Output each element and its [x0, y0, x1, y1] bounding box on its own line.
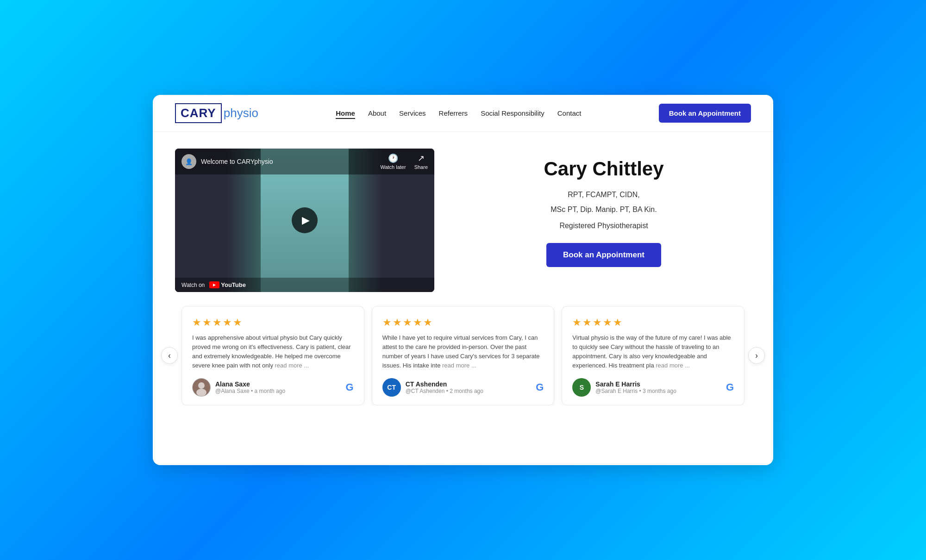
review-text: While I have yet to require virtual serv…	[382, 333, 544, 371]
watch-later-icon: 🕐	[388, 153, 398, 163]
carousel-next-button[interactable]: ›	[748, 347, 765, 364]
logo-physio: physio	[224, 106, 258, 120]
google-logo: G	[536, 381, 544, 393]
logo-cary: CARY	[175, 103, 222, 123]
nav-contact[interactable]: Contact	[557, 109, 582, 117]
review-stars: ★★★★★	[382, 317, 544, 329]
reviewer-avatar: S	[572, 378, 591, 397]
google-logo: G	[346, 381, 354, 393]
profile-name: Cary Chittley	[544, 158, 663, 180]
reviewer-name: Sarah E Harris	[595, 380, 721, 388]
reviewer: S Sarah E Harris @Sarah E Harris • 3 mon…	[572, 378, 734, 397]
review-text: Virtual physio is the way of the future …	[572, 333, 734, 371]
reviewer: Alana Saxe @Alana Saxe • a month ago G	[192, 378, 354, 397]
reviewer-info: Sarah E Harris @Sarah E Harris • 3 month…	[595, 380, 721, 394]
main-content: 👤 Welcome to CARYphysio 🕐 Watch later ↗ …	[153, 132, 773, 306]
video-title: Welcome to CARYphysio	[201, 158, 273, 165]
reviews-section: ‹ ★★★★★ I was apprehensive about virtual…	[153, 306, 773, 419]
header: CARY physio Home About Services Referrer…	[153, 95, 773, 132]
nav-social-responsibility[interactable]: Social Responsibility	[481, 109, 544, 117]
profile-section: Cary Chittley RPT, FCAMPT, CIDN, MSc PT,…	[457, 149, 751, 267]
video-play-button[interactable]	[292, 207, 318, 233]
video-top-actions: 🕐 Watch later ↗ Share	[380, 153, 428, 170]
profile-credentials: RPT, FCAMPT, CIDN, MSc PT, Dip. Manip. P…	[551, 187, 657, 217]
youtube-icon	[209, 281, 219, 288]
review-card: ★★★★★ While I have yet to require virtua…	[372, 306, 555, 405]
video-player[interactable]: 👤 Welcome to CARYphysio 🕐 Watch later ↗ …	[175, 149, 434, 292]
logo[interactable]: CARY physio	[175, 103, 258, 123]
reviewer-info: CT Ashenden @CT Ashenden • 2 months ago	[406, 380, 532, 394]
carousel-prev-button[interactable]: ‹	[161, 347, 178, 364]
share-icon: ↗	[418, 153, 425, 163]
review-stars: ★★★★★	[192, 317, 354, 329]
reviews-cards: ★★★★★ I was apprehensive about virtual p…	[178, 306, 748, 405]
video-bottom-bar: Watch on YouTube	[175, 278, 434, 292]
reviewer-handle: @CT Ashenden • 2 months ago	[406, 388, 532, 394]
review-card: ★★★★★ I was apprehensive about virtual p…	[181, 306, 364, 405]
watch-on-text: Watch on	[181, 282, 205, 288]
svg-point-1	[198, 382, 205, 389]
nav-referrers[interactable]: Referrers	[439, 109, 468, 117]
watch-later-label: Watch later	[380, 164, 406, 170]
review-card: ★★★★★ Virtual physio is the way of the f…	[562, 306, 745, 405]
watch-later-button[interactable]: 🕐 Watch later	[380, 153, 406, 170]
video-top-bar: 👤 Welcome to CARYphysio 🕐 Watch later ↗ …	[175, 149, 434, 174]
credentials-line2: MSc PT, Dip. Manip. PT, BA Kin.	[551, 202, 657, 217]
share-button[interactable]: ↗ Share	[414, 153, 428, 170]
reviewer-avatar: CT	[382, 378, 401, 397]
read-more-link[interactable]: read more ...	[656, 362, 690, 369]
nav: Home About Services Referrers Social Res…	[336, 109, 581, 117]
read-more-link[interactable]: read more ...	[442, 362, 476, 369]
svg-point-2	[196, 389, 206, 396]
review-stars: ★★★★★	[572, 317, 734, 329]
reviewer-name: CT Ashenden	[406, 380, 532, 388]
youtube-text: YouTube	[221, 281, 246, 288]
read-more-link[interactable]: read more ...	[275, 362, 309, 369]
reviewer-name: Alana Saxe	[215, 380, 341, 388]
nav-home[interactable]: Home	[336, 109, 355, 117]
header-book-appointment-button[interactable]: Book an Appointment	[659, 104, 751, 123]
nav-services[interactable]: Services	[399, 109, 426, 117]
reviewer-handle: @Sarah E Harris • 3 months ago	[595, 388, 721, 394]
reviewer: CT CT Ashenden @CT Ashenden • 2 months a…	[382, 378, 544, 397]
credentials-line1: RPT, FCAMPT, CIDN,	[551, 187, 657, 202]
video-channel-avatar: 👤	[181, 154, 196, 169]
reviewer-handle: @Alana Saxe • a month ago	[215, 388, 341, 394]
share-label: Share	[414, 164, 428, 170]
reviewer-info: Alana Saxe @Alana Saxe • a month ago	[215, 380, 341, 394]
google-logo: G	[726, 381, 734, 393]
nav-about[interactable]: About	[368, 109, 386, 117]
youtube-logo[interactable]: YouTube	[209, 281, 246, 288]
reviewer-avatar	[192, 378, 211, 397]
profile-title: Registered Physiotherapist	[559, 222, 648, 230]
main-window: CARY physio Home About Services Referrer…	[153, 95, 773, 465]
review-text: I was apprehensive about virtual physio …	[192, 333, 354, 371]
profile-book-appointment-button[interactable]: Book an Appointment	[546, 243, 661, 267]
